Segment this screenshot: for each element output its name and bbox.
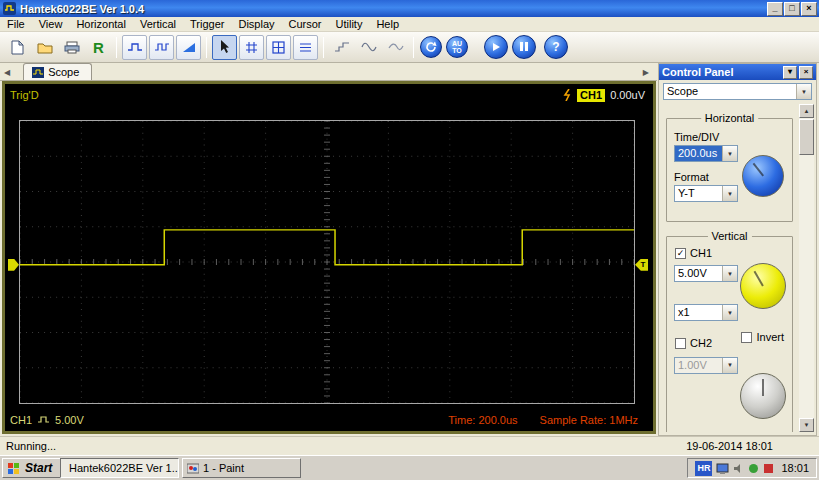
open-folder-icon <box>37 41 53 54</box>
checkbox-checked-icon: ✓ <box>675 248 686 259</box>
lines-icon <box>299 42 312 53</box>
chevron-down-icon: ▼ <box>722 186 737 201</box>
timebase-knob[interactable] <box>742 155 784 197</box>
taskbar: Start Hantek6022BE Ver 1... 1 - Paint HR… <box>0 455 819 480</box>
probe-value: x1 <box>675 305 722 320</box>
sine-wave-icon <box>361 41 377 53</box>
desktop: Hantek6022BE Ver 1.0.4 _ □ × File View H… <box>0 0 819 480</box>
ch1-position-knob[interactable] <box>740 263 786 309</box>
record-r-icon: R <box>93 40 104 55</box>
panel-mode-value: Scope <box>664 84 796 99</box>
menu-help[interactable]: Help <box>369 17 406 31</box>
grid-icon <box>245 41 258 54</box>
auto-set-button[interactable]: AUTO <box>446 36 468 58</box>
taskbar-task-paint[interactable]: 1 - Paint <box>182 458 301 478</box>
pulse-wave-button[interactable] <box>149 35 174 60</box>
checkbox-unchecked-icon <box>741 332 752 343</box>
panel-scrollbar[interactable]: ▲ ▼ <box>799 104 814 432</box>
chevron-down-icon: ▼ <box>722 305 737 320</box>
trigger-marker-label: T <box>641 260 646 269</box>
grid-style-button[interactable] <box>266 35 291 60</box>
menu-cursor[interactable]: Cursor <box>282 17 329 31</box>
new-file-button[interactable] <box>5 35 30 60</box>
tray-status-icon[interactable] <box>748 463 759 474</box>
maximize-button[interactable]: □ <box>784 2 800 16</box>
toolbar-separator <box>413 37 414 58</box>
trigger-level-marker[interactable]: T <box>635 259 648 271</box>
print-button[interactable] <box>59 35 84 60</box>
trigger-flag-icon <box>563 89 572 101</box>
sample-rate: Sample Rate: 1MHz <box>540 414 638 426</box>
menu-utility[interactable]: Utility <box>329 17 370 31</box>
windows-flag-icon <box>7 462 21 475</box>
menu-file[interactable]: File <box>0 17 32 31</box>
scroll-up-icon[interactable]: ▲ <box>799 104 814 118</box>
format-select[interactable]: Y-T ▼ <box>674 185 738 202</box>
sine-interp-button[interactable] <box>356 35 381 60</box>
ch1-volts-value: 5.00V <box>675 266 722 281</box>
run-button[interactable] <box>484 35 508 59</box>
scope-tab-icon <box>32 67 44 78</box>
record-button[interactable]: R <box>86 35 111 60</box>
ch1-position-marker[interactable] <box>8 259 19 271</box>
trigger-level-value: 0.00uV <box>610 89 645 101</box>
smooth-interp-button[interactable] <box>383 35 408 60</box>
menu-view[interactable]: View <box>32 17 70 31</box>
window-title: Hantek6022BE Ver 1.0.4 <box>20 3 766 15</box>
menu-vertical[interactable]: Vertical <box>133 17 183 31</box>
status-text: Running... <box>0 440 56 452</box>
panel-mode-select[interactable]: Scope ▼ <box>663 83 812 100</box>
ch2-volts-select[interactable]: 1.00V ▼ <box>674 357 738 374</box>
panel-pin-button[interactable]: ▾ <box>783 66 797 79</box>
probe-select[interactable]: x1 ▼ <box>674 304 738 321</box>
tray-display-icon[interactable] <box>716 463 729 474</box>
refresh-icon <box>425 41 437 53</box>
minimize-button[interactable]: _ <box>767 2 783 16</box>
scrollbar-thumb[interactable] <box>799 119 814 155</box>
refresh-button[interactable] <box>420 36 442 58</box>
taskbar-task-hantek[interactable]: Hantek6022BE Ver 1... <box>60 458 179 478</box>
tab-scope[interactable]: Scope <box>23 63 92 80</box>
tray-volume-icon[interactable] <box>733 463 744 474</box>
grid-display-button[interactable] <box>239 35 264 60</box>
ch2-position-knob[interactable] <box>740 373 786 419</box>
menu-display[interactable]: Display <box>231 17 281 31</box>
ramp-wave-button[interactable] <box>176 35 201 60</box>
help-icon: ? <box>552 40 559 54</box>
scroll-down-icon[interactable]: ▼ <box>799 418 814 432</box>
knob-pointer <box>754 271 764 287</box>
open-file-button[interactable] <box>32 35 57 60</box>
display-lines-button[interactable] <box>293 35 318 60</box>
step-interp-button[interactable] <box>329 35 354 60</box>
ch1-volts-select[interactable]: 5.00V ▼ <box>674 265 738 282</box>
ch1-checkbox[interactable]: ✓ CH1 <box>675 247 712 259</box>
cursor-select-button[interactable] <box>212 35 237 60</box>
help-button[interactable]: ? <box>544 35 568 59</box>
close-button[interactable]: × <box>801 2 817 16</box>
chevron-down-icon: ▼ <box>722 146 737 161</box>
square-wave-button[interactable] <box>122 35 147 60</box>
control-panel-body: Horizontal Time/DIV 200.0us ▼ Format Y-T… <box>662 104 797 432</box>
window-titlebar: Hantek6022BE Ver 1.0.4 _ □ × <box>0 0 819 17</box>
pause-button[interactable] <box>512 35 536 59</box>
menu-horizontal[interactable]: Horizontal <box>69 17 133 31</box>
taskbar-clock[interactable]: 18:01 <box>778 462 809 474</box>
tab-scroll-right-icon[interactable]: ▶ <box>639 68 657 80</box>
invert-checkbox[interactable]: Invert <box>741 331 784 343</box>
time-div-select[interactable]: 200.0us ▼ <box>674 145 738 162</box>
scope-display: Trig'D CH1 0.00uV T CH1 5.00V Time: 200.… <box>2 81 656 434</box>
tab-scroll-left-icon[interactable]: ◀ <box>0 68 13 80</box>
vertical-group-title: Vertical <box>707 230 751 242</box>
ch2-volts-value: 1.00V <box>675 358 722 373</box>
ch1-volts-per-div: 5.00V <box>55 414 84 426</box>
panel-close-button[interactable]: × <box>799 66 813 79</box>
tray-alert-icon[interactable] <box>763 463 774 474</box>
start-button[interactable]: Start <box>2 458 62 478</box>
printer-icon <box>64 41 80 54</box>
ch2-checkbox[interactable]: CH2 <box>675 337 712 349</box>
language-indicator[interactable]: HR <box>695 461 712 476</box>
pause-icon <box>519 41 529 53</box>
ch2-checkbox-label: CH2 <box>690 337 712 349</box>
auto-label: AUTO <box>450 40 464 54</box>
menu-trigger[interactable]: Trigger <box>183 17 231 31</box>
